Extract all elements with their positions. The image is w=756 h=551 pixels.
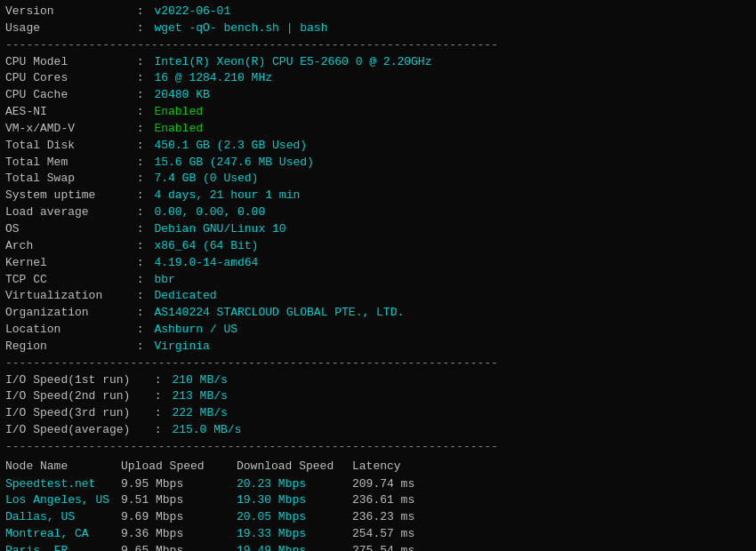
cpu-model-label: CPU Model — [5, 54, 130, 71]
vm-amd-line: VM-x/AMD-V : Enabled — [5, 121, 751, 138]
vm-amd-value: Enabled — [154, 121, 203, 138]
arch-line: Arch : x86_64 (64 Bit) — [5, 238, 751, 255]
table-row: Dallas, US 9.69 Mbps 20.05 Mbps 236.23 m… — [5, 509, 751, 526]
total-mem-line: Total Mem : 15.6 GB (247.6 MB Used) — [5, 155, 751, 172]
kernel-value: 4.19.0-14-amd64 — [154, 255, 258, 272]
arch-value: x86_64 (64 Bit) — [154, 238, 258, 255]
org-label: Organization — [5, 305, 130, 322]
load-avg-line: Load average : 0.00, 0.00, 0.00 — [5, 204, 751, 221]
separator-2: ----------------------------------------… — [5, 355, 751, 372]
location-line: Location : Ashburn / US — [5, 322, 751, 339]
tcp-cc-value: bbr — [154, 272, 174, 289]
usage-label: Usage — [5, 20, 130, 37]
os-value: Debian GNU/Linux 10 — [154, 221, 286, 238]
separator-1: ----------------------------------------… — [5, 37, 751, 54]
region-value: Virginia — [154, 339, 209, 355]
uptime-label: System uptime — [5, 188, 130, 204]
os-line: OS : Debian GNU/Linux 10 — [5, 221, 751, 238]
load-avg-value: 0.00, 0.00, 0.00 — [154, 204, 265, 221]
io3-line: I/O Speed(3rd run) : 222 MB/s — [5, 405, 751, 422]
download-speed: 19.49 Mbps — [237, 543, 352, 551]
total-swap-line: Total Swap : 7.4 GB (0 Used) — [5, 171, 751, 188]
io2-label: I/O Speed(2nd run) — [5, 388, 148, 405]
cpu-model-line: CPU Model : Intel(R) Xeon(R) CPU E5-2660… — [5, 54, 751, 71]
region-label: Region — [5, 339, 130, 355]
upload-speed: 9.69 Mbps — [121, 509, 237, 526]
node-name: Los Angeles, US — [5, 492, 121, 509]
os-label: OS — [5, 221, 130, 238]
total-mem-value: 15.6 GB (247.6 MB Used) — [154, 155, 313, 172]
io1-line: I/O Speed(1st run) : 210 MB/s — [5, 372, 751, 389]
header-download: Download Speed — [237, 458, 352, 476]
cpu-cache-value: 20480 KB — [154, 87, 209, 104]
download-speed: 20.23 Mbps — [237, 476, 352, 493]
io3-value: 222 MB/s — [172, 405, 227, 422]
total-swap-value: 7.4 GB (0 Used) — [154, 171, 258, 188]
upload-speed: 9.36 Mbps — [121, 526, 237, 543]
io2-value: 213 MB/s — [172, 388, 227, 405]
total-mem-label: Total Mem — [5, 155, 130, 172]
separator-3: ----------------------------------------… — [5, 439, 751, 456]
virt-line: Virtualization : Dedicated — [5, 288, 751, 305]
node-name: Speedtest.net — [5, 476, 121, 493]
tcp-cc-label: TCP CC — [5, 272, 130, 289]
table-row: Montreal, CA 9.36 Mbps 19.33 Mbps 254.57… — [5, 526, 751, 543]
download-speed: 19.33 Mbps — [237, 526, 352, 543]
version-line: Version : v2022-06-01 — [5, 4, 751, 20]
io-avg-value: 215.0 MB/s — [172, 422, 241, 439]
latency-value: 254.57 ms — [352, 526, 459, 543]
cpu-model-value: Intel(R) Xeon(R) CPU E5-2660 0 @ 2.20GHz — [154, 54, 431, 71]
version-value: v2022-06-01 — [154, 4, 230, 20]
io1-label: I/O Speed(1st run) — [5, 372, 148, 389]
header-upload: Upload Speed — [121, 458, 237, 476]
cpu-cores-line: CPU Cores : 16 @ 1284.210 MHz — [5, 70, 751, 87]
usage-value: wget -qO- bench.sh | bash — [154, 20, 327, 37]
table-row: Los Angeles, US 9.51 Mbps 19.30 Mbps 236… — [5, 492, 751, 509]
io3-label: I/O Speed(3rd run) — [5, 405, 148, 422]
download-speed: 19.30 Mbps — [237, 492, 352, 509]
io1-value: 210 MB/s — [172, 372, 227, 389]
arch-label: Arch — [5, 238, 130, 255]
load-avg-label: Load average — [5, 204, 130, 221]
location-label: Location — [5, 322, 130, 339]
virt-value: Dedicated — [154, 288, 216, 305]
io2-line: I/O Speed(2nd run) : 213 MB/s — [5, 388, 751, 405]
total-disk-line: Total Disk : 450.1 GB (2.3 GB Used) — [5, 138, 751, 155]
version-label: Version — [5, 4, 130, 20]
cpu-cache-line: CPU Cache : 20480 KB — [5, 87, 751, 104]
table-row: Speedtest.net 9.95 Mbps 20.23 Mbps 209.7… — [5, 476, 751, 493]
location-value: Ashburn / US — [154, 322, 237, 339]
latency-value: 236.23 ms — [352, 509, 459, 526]
upload-speed: 9.51 Mbps — [121, 492, 237, 509]
uptime-line: System uptime : 4 days, 21 hour 1 min — [5, 188, 751, 204]
org-line: Organization : AS140224 STARCLOUD GLOBAL… — [5, 305, 751, 322]
cpu-cache-label: CPU Cache — [5, 87, 130, 104]
virt-label: Virtualization — [5, 288, 130, 305]
header-node: Node Name — [5, 458, 121, 476]
table-row: Paris, FR 9.65 Mbps 19.49 Mbps 275.54 ms — [5, 543, 751, 551]
node-name: Montreal, CA — [5, 526, 121, 543]
usage-line: Usage : wget -qO- bench.sh | bash — [5, 20, 751, 37]
region-line: Region : Virginia — [5, 339, 751, 355]
node-name: Dallas, US — [5, 509, 121, 526]
io-avg-line: I/O Speed(average) : 215.0 MB/s — [5, 422, 751, 439]
cpu-cores-value: 16 @ 1284.210 MHz — [154, 70, 272, 87]
kernel-label: Kernel — [5, 255, 130, 272]
total-disk-value: 450.1 GB (2.3 GB Used) — [154, 138, 307, 155]
kernel-line: Kernel : 4.19.0-14-amd64 — [5, 255, 751, 272]
upload-speed: 9.95 Mbps — [121, 476, 237, 493]
latency-value: 275.54 ms — [352, 543, 459, 551]
header-latency: Latency — [352, 458, 459, 476]
vm-amd-label: VM-x/AMD-V — [5, 121, 130, 138]
io-avg-label: I/O Speed(average) — [5, 422, 148, 439]
upload-speed: 9.65 Mbps — [121, 543, 237, 551]
node-name: Paris, FR — [5, 543, 121, 551]
speed-table-header: Node Name Upload Speed Download Speed La… — [5, 458, 751, 476]
aes-ni-label: AES-NI — [5, 104, 130, 121]
aes-ni-value: Enabled — [154, 104, 203, 121]
tcp-cc-line: TCP CC : bbr — [5, 272, 751, 289]
latency-value: 236.61 ms — [352, 492, 459, 509]
speed-table-rows: Speedtest.net 9.95 Mbps 20.23 Mbps 209.7… — [5, 476, 751, 551]
latency-value: 209.74 ms — [352, 476, 459, 493]
uptime-value: 4 days, 21 hour 1 min — [154, 188, 300, 204]
